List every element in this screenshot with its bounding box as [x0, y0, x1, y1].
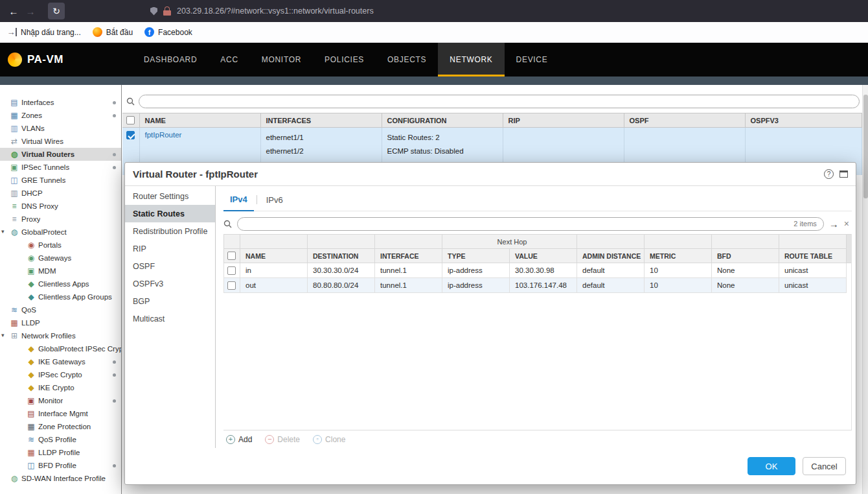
sidebar-item-globalprotect-ipsec-crypto[interactable]: ◆GlobalProtect IPSec Crypto	[0, 342, 121, 355]
column-header-bfd[interactable]: BFD	[712, 249, 779, 263]
route-row-in[interactable]: in30.30.30.0/24tunnel.1ip-address30.30.3…	[224, 263, 852, 278]
sidebar-item-lldp-profile[interactable]: ▦LLDP Profile	[0, 446, 121, 459]
sidebar-item-ipsec-tunnels[interactable]: ▣IPSec Tunnels	[0, 161, 121, 174]
insecure-lock-icon[interactable]	[163, 6, 171, 16]
vertical-scrollbar[interactable]	[862, 85, 868, 494]
bookmark-nh-p-d-u-trang[interactable]: →Nhập dấu trang...	[6, 28, 81, 37]
route-row-out[interactable]: out80.80.80.0/24tunnel.1ip-address103.17…	[224, 278, 852, 293]
sidebar-item-zone-protection[interactable]: ▦Zone Protection	[0, 420, 121, 433]
clientless-app-groups-icon: ◆	[26, 292, 36, 301]
column-header-ospf[interactable]: OSPF	[624, 113, 745, 128]
select-all-routes-checkbox[interactable]	[227, 252, 236, 260]
select-all-checkbox[interactable]	[126, 116, 135, 124]
browser-back-button[interactable]: ←	[5, 3, 22, 19]
sidebar-item-virtual-wires[interactable]: ⇄Virtual Wires	[0, 135, 121, 148]
column-header-admin-distance[interactable]: ADMIN DISTANCE	[577, 249, 645, 263]
dialog-nav-router-settings[interactable]: Router Settings	[125, 187, 215, 205]
browser-reload-button[interactable]: ↻	[48, 3, 65, 19]
nav-tab-acc[interactable]: ACC	[209, 43, 249, 76]
sidebar-item-ipsec-crypto[interactable]: ◆IPSec Crypto	[0, 368, 121, 381]
dialog-nav-rip[interactable]: RIP	[125, 240, 215, 257]
column-header-value[interactable]: VALUE	[510, 249, 577, 263]
clear-filter-icon[interactable]: ×	[844, 218, 849, 229]
nav-tab-network[interactable]: NETWORK	[438, 43, 504, 76]
sidebar-item-globalprotect[interactable]: ▾◍GlobalProtect	[0, 226, 121, 239]
search-input[interactable]	[139, 95, 860, 108]
row-select-checkbox[interactable]	[126, 131, 135, 139]
nav-tab-device[interactable]: DEVICE	[505, 43, 560, 76]
column-header-name[interactable]: NAME	[139, 113, 260, 128]
column-header-interfaces[interactable]: INTERFACES	[260, 113, 382, 128]
column-header-destination[interactable]: DESTINATION	[308, 249, 375, 263]
nav-tab-dashboard[interactable]: DASHBOARD	[132, 43, 209, 76]
apply-filter-icon[interactable]: →	[829, 218, 839, 229]
column-header-route-table[interactable]: ROUTE TABLE	[779, 249, 847, 263]
sidebar-item-virtual-routers[interactable]: ◍Virtual Routers	[0, 148, 121, 161]
bookmark-b-t-u[interactable]: Bắt đầu	[93, 27, 133, 37]
dialog-nav-redistribution-profile[interactable]: Redistribution Profile	[125, 222, 215, 240]
clone-button[interactable]: ▫Clone	[313, 435, 345, 444]
sidebar-item-vlans[interactable]: ▥VLANs	[0, 122, 121, 135]
nav-tab-monitor[interactable]: MONITOR	[250, 43, 313, 76]
sidebar-item-proxy[interactable]: ≡Proxy	[0, 213, 121, 226]
window-icon[interactable]	[839, 171, 848, 178]
nav-tab-objects[interactable]: OBJECTS	[376, 43, 438, 76]
chevron-down-icon[interactable]: ▾	[1, 228, 5, 235]
dialog-nav-multicast[interactable]: Multicast	[125, 310, 215, 327]
dialog-nav-ospf[interactable]: OSPF	[125, 257, 215, 275]
sidebar-item-interface-mgmt[interactable]: ▤Interface Mgmt	[0, 407, 121, 420]
cancel-button[interactable]: Cancel	[803, 457, 846, 475]
sidebar-item-lldp[interactable]: ▦LLDP	[0, 316, 121, 329]
sidebar-item-ike-gateways[interactable]: ◆IKE Gateways	[0, 355, 121, 368]
cell-interface: tunnel.1	[375, 263, 442, 278]
route-checkbox[interactable]	[227, 281, 236, 290]
sidebar-item-interfaces[interactable]: ▤Interfaces	[0, 96, 121, 109]
sidebar-item-monitor[interactable]: ▣Monitor	[0, 394, 121, 407]
ok-button[interactable]: OK	[748, 457, 795, 475]
delete-button[interactable]: −Delete	[265, 435, 300, 444]
bookmark-facebook[interactable]: fFacebook	[144, 27, 192, 37]
column-header-type[interactable]: TYPE	[442, 249, 510, 263]
dialog-nav-static-routes[interactable]: Static Routes	[125, 205, 215, 222]
scrollbar-thumb[interactable]	[863, 95, 868, 198]
sidebar-item-gre-tunnels[interactable]: ◫GRE Tunnels	[0, 174, 121, 187]
sidebar-item-label: Gateways	[38, 254, 71, 262]
sidebar-item-sd-wan-interface-profile[interactable]: ◍SD-WAN Interface Profile	[0, 472, 121, 485]
group-header-cell	[375, 235, 442, 249]
column-header-metric[interactable]: METRIC	[645, 249, 712, 263]
add-button[interactable]: +Add	[226, 435, 252, 444]
sidebar-item-qos[interactable]: ≋QoS	[0, 303, 121, 316]
sidebar-item-gateways[interactable]: ◉Gateways	[0, 252, 121, 265]
sidebar-item-network-profiles[interactable]: ▾⊞Network Profiles	[0, 329, 121, 342]
sidebar-item-qos-profile[interactable]: ≋QoS Profile	[0, 433, 121, 446]
browser-forward-button[interactable]: →	[22, 3, 39, 19]
sidebar-item-dns-proxy[interactable]: ≡DNS Proxy	[0, 200, 121, 213]
tab-ipv6[interactable]: IPv6	[260, 195, 290, 211]
sidebar-item-dhcp[interactable]: ▥DHCP	[0, 187, 121, 200]
virtual-router-name-link[interactable]: fptIpRouter	[145, 131, 182, 139]
shield-icon[interactable]	[150, 7, 157, 16]
sidebar-item-clientless-apps[interactable]: ◆Clientless Apps	[0, 277, 121, 290]
help-icon[interactable]: ?	[824, 169, 834, 179]
url-bar[interactable]: 203.29.18.26/?#network::vsys1::network/v…	[150, 3, 374, 19]
column-header-name[interactable]: NAME	[240, 249, 308, 263]
sidebar-item-portals[interactable]: ◉Portals	[0, 239, 121, 252]
column-header-ospfv3[interactable]: OSPFV3	[745, 113, 862, 128]
routes-filter-input[interactable]: 2 items	[237, 217, 824, 231]
dialog-nav-bgp[interactable]: BGP	[125, 292, 215, 310]
column-header-interface[interactable]: INTERFACE	[375, 249, 442, 263]
delete-icon: −	[265, 435, 274, 444]
column-header-rip[interactable]: RIP	[503, 113, 624, 128]
tab-ipv4[interactable]: IPv4	[223, 194, 254, 211]
sidebar-item-ike-crypto[interactable]: ◆IKE Crypto	[0, 381, 121, 394]
route-checkbox[interactable]	[227, 266, 236, 275]
sidebar-item-clientless-app-groups[interactable]: ◆Clientless App Groups	[0, 290, 121, 303]
route-select-cell	[224, 263, 240, 278]
nav-tab-policies[interactable]: POLICIES	[313, 43, 376, 76]
sidebar-item-zones[interactable]: ▦Zones	[0, 109, 121, 122]
sidebar-item-bfd-profile[interactable]: ◫BFD Profile	[0, 459, 121, 472]
chevron-down-icon[interactable]: ▾	[1, 332, 5, 338]
column-header-configuration[interactable]: CONFIGURATION	[382, 113, 503, 128]
sidebar-item-mdm[interactable]: ▣MDM	[0, 265, 121, 277]
dialog-nav-ospfv3[interactable]: OSPFv3	[125, 275, 215, 292]
